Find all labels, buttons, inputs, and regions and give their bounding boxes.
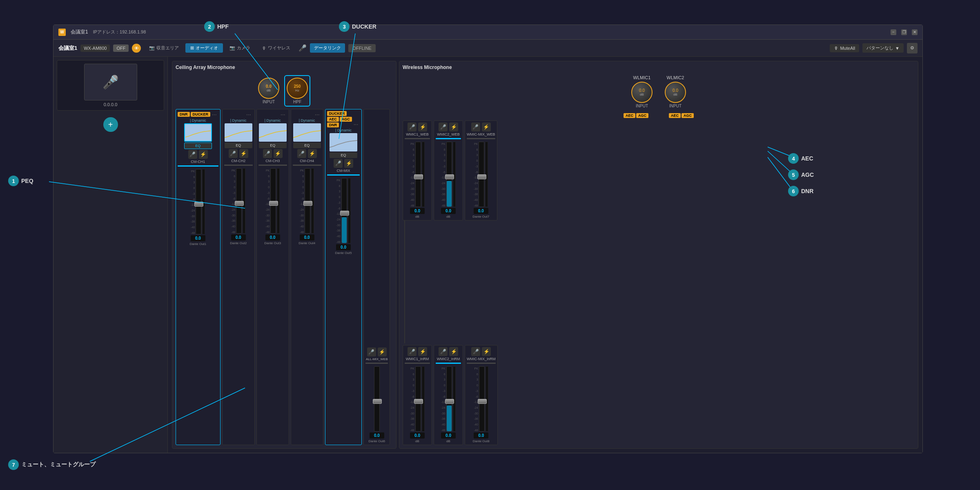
wmic2-fader-track[interactable] (446, 142, 452, 207)
add-device-button[interactable]: + (103, 117, 118, 132)
ch4-dynamic-label: | Dynamic (299, 118, 315, 122)
ch3-menu-button[interactable]: ··· (279, 111, 287, 118)
allmix-mute-button[interactable]: 🎤 (367, 347, 376, 356)
ch1-group-button[interactable]: ⚡ (199, 150, 208, 159)
wmicmixinrm-fader-handle[interactable] (478, 399, 487, 404)
cmmix-fader-handle[interactable] (340, 211, 349, 216)
wmic1-group-button[interactable]: ⚡ (418, 122, 427, 131)
ch4-fader-track[interactable] (305, 168, 310, 234)
wmicmix-fader-handle[interactable] (477, 174, 486, 179)
tab-audio[interactable]: ⊞ オーディオ (185, 43, 223, 53)
wmic2inrm-fader-handle[interactable] (445, 399, 454, 404)
wl-channels-dante7: 🎤 ⚡ WMIC1_WEB PK630-3-6-12-24-30-36-40-4… (403, 120, 915, 220)
ch3-eq-button[interactable]: EQ (259, 143, 287, 148)
ch1-eq-button[interactable]: EQ (184, 143, 212, 149)
tab-wireless[interactable]: 🎙 ワイヤレス (257, 43, 295, 53)
cmmix-dante-label: Dante Out5 (335, 251, 352, 255)
input-knob[interactable]: 0.0 dB (258, 78, 279, 99)
tab-recording[interactable]: 📷 収音エリア (144, 43, 184, 53)
wmic1-mute-button[interactable]: 🎤 (408, 122, 416, 131)
wmic1-fader-track[interactable] (415, 142, 421, 207)
cmmix-group-button[interactable]: ⚡ (344, 159, 353, 168)
wmicmix-group-button[interactable]: ⚡ (482, 122, 491, 131)
wmicmixinrm-mute-button[interactable]: 🎤 (471, 347, 480, 356)
allmix-fader-handle[interactable] (373, 399, 382, 404)
wl-channels-dante8: 🎤 ⚡ WMIC1_InRM PK630-3-6-12-24-30-36-40-… (403, 345, 915, 445)
wlmic2-knob[interactable]: 0.0 dB (665, 82, 686, 103)
allmix-level-line (365, 363, 388, 364)
ch2-group-button[interactable]: ⚡ (239, 149, 248, 158)
allmix-mic-controls: 🎤 ⚡ (367, 347, 387, 356)
ch1-fader-track[interactable] (196, 169, 201, 234)
wmic1inrm-fader-track[interactable] (415, 366, 421, 432)
wmic2inrm-fader-track[interactable] (446, 366, 452, 432)
cmmix-eq-button[interactable]: EQ (330, 152, 357, 158)
ch1-fader-value: 0.0 (191, 235, 205, 241)
wl-input-controls: WLMIC1 0.0 dB INPUT (403, 73, 915, 111)
ch2-mute-button[interactable]: 🎤 (229, 149, 238, 158)
wmic2-fader-handle[interactable] (445, 174, 454, 179)
ch4-mute-button[interactable]: 🎤 (297, 149, 306, 158)
wmic2-mute-button[interactable]: 🎤 (439, 122, 448, 131)
ch4-fader-handle[interactable] (303, 201, 312, 206)
cmmix-fader-track[interactable] (341, 178, 347, 243)
wmic2-inrm-strip: 🎤 ⚡ WMIC2_InRM PK630-3-6-12-24-30-36-40-… (434, 345, 463, 445)
main-content: 🎤 0.0.0.0 + Ceiling Array Microphone (53, 57, 922, 453)
tab-camera[interactable]: 📷 カメラ (225, 43, 255, 53)
allmix-group-button[interactable]: ⚡ (378, 347, 387, 356)
ch2-eq-button[interactable]: EQ (225, 143, 252, 148)
wmic1inrm-mute-button[interactable]: 🎤 (408, 347, 416, 356)
mix-aec-badge: AEC (327, 117, 339, 122)
callout-peq: 1 PEQ (8, 176, 33, 186)
ch4-group-button[interactable]: ⚡ (308, 149, 317, 158)
wmicmixinrm-fader-track[interactable] (479, 366, 485, 432)
ch3-fader-handle[interactable] (269, 201, 278, 206)
ch4-eq-button[interactable]: EQ (293, 143, 321, 148)
wmic1inrm-group-button[interactable]: ⚡ (418, 347, 427, 356)
ch2-eq-box (225, 123, 252, 142)
wmic1inrm-db-label: dB (415, 439, 419, 443)
room-name: 会議室1 (58, 45, 77, 52)
ch4-menu-button[interactable]: ··· (313, 111, 321, 118)
ch1-dynamic-label: | Dynamic (190, 118, 206, 122)
ch1-menu-button[interactable]: ··· (210, 111, 218, 118)
restore-button[interactable]: ❐ (901, 29, 907, 35)
channel-strip-cmmix: DUCKER AEC AGC DNR ··· | Dynamic (325, 109, 362, 445)
settings-button[interactable]: ⚙ (907, 43, 918, 53)
wmicmix-mute-button[interactable]: 🎤 (471, 122, 480, 131)
ch3-fader-track[interactable] (270, 168, 276, 234)
ducker-badge: DUCKER (191, 112, 211, 117)
wmicmixinrm-level-line (467, 363, 496, 364)
wmicmixinrm-group-button[interactable]: ⚡ (482, 347, 491, 356)
cmmix-label: CM-MIX (337, 169, 350, 173)
ch3-mute-button[interactable]: 🎤 (263, 149, 272, 158)
wmic1inrm-fader-handle[interactable] (414, 399, 423, 404)
hpf-knob[interactable]: 250 Hz (287, 78, 308, 99)
wlmic1-knob[interactable]: 0.0 dB (631, 82, 653, 103)
allmix-fader-track[interactable] (374, 366, 380, 432)
data-link-button[interactable]: データリンク (310, 43, 345, 53)
tab-audio-label: オーディオ (196, 45, 218, 51)
wmic2-fader-value: 0.0 (441, 208, 456, 214)
wmic2inrm-mute-button[interactable]: 🎤 (439, 347, 448, 356)
cmmix-menu-button[interactable]: ··· (352, 121, 360, 127)
ch2-fader-track[interactable] (236, 168, 242, 234)
wmic2-db-label: dB (446, 215, 450, 218)
pattern-select[interactable]: パターンなし ▼ (862, 43, 904, 53)
ch3-group-button[interactable]: ⚡ (274, 149, 283, 158)
wmic2inrm-group-button[interactable]: ⚡ (449, 347, 458, 356)
wmicmix-fader-track[interactable] (479, 142, 484, 207)
mic-icon: 🎤 (298, 44, 307, 52)
ch1-fader-handle[interactable] (194, 202, 203, 207)
eye-button[interactable]: 👁 (132, 44, 141, 53)
mute-all-button[interactable]: 🎙 MuteAll (830, 44, 859, 52)
ch2-menu-button[interactable]: ··· (245, 111, 253, 118)
wmic1-fader-handle[interactable] (414, 174, 423, 179)
ch1-mute-button[interactable]: 🎤 (188, 150, 197, 159)
cmmix-mute-button[interactable]: 🎤 (334, 159, 343, 168)
wmic2-group-button[interactable]: ⚡ (449, 122, 458, 131)
minimize-button[interactable]: − (891, 29, 896, 35)
ch2-fader-handle[interactable] (235, 201, 244, 206)
close-button[interactable]: ✕ (912, 29, 918, 35)
input-controls: 0.0 dB INPUT 250 Hz (176, 73, 393, 109)
